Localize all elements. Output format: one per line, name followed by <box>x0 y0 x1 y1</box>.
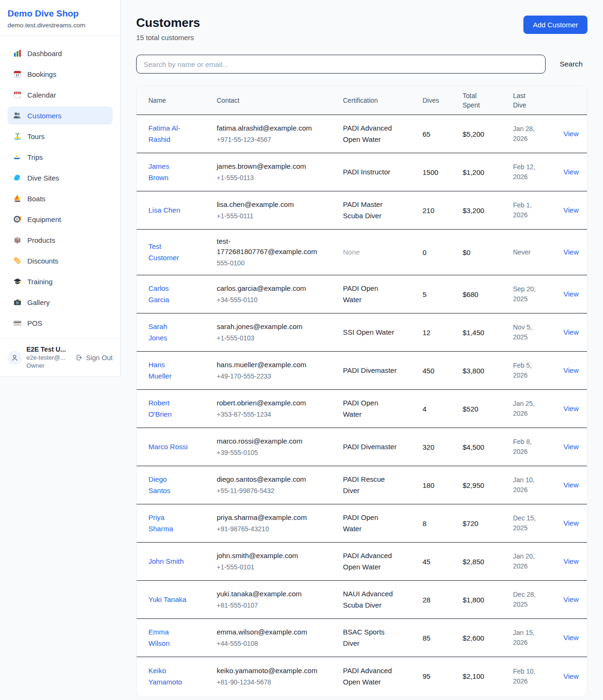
island-icon <box>13 132 22 140</box>
view-link[interactable]: View <box>563 557 579 565</box>
view-link[interactable]: View <box>563 634 579 642</box>
table-row: John Smith john.smith@example.com +1-555… <box>137 543 587 581</box>
customer-last-dive: Dec 15, 2025 <box>513 513 539 533</box>
sidebar-item-products[interactable]: Products <box>8 231 113 249</box>
sidebar-item-dashboard[interactable]: Dashboard <box>8 44 113 62</box>
search-button[interactable]: Search <box>555 57 587 71</box>
customer-dives: 85 <box>423 634 463 642</box>
brand-title[interactable]: Demo Dive Shop <box>8 8 113 19</box>
customer-total-spent: $2,950 <box>463 481 513 489</box>
calendar-icon <box>13 91 22 99</box>
customer-total-spent: $3,200 <box>463 206 513 214</box>
view-link[interactable]: View <box>563 519 579 527</box>
customer-last-dive: Feb 8, 2026 <box>513 437 539 457</box>
sidebar-item-discounts[interactable]: Discounts <box>8 252 113 270</box>
sidebar-item-equipment[interactable]: Equipment <box>8 210 113 228</box>
sidebar-item-bookings[interactable]: 17 Bookings <box>8 65 113 83</box>
tag-icon <box>13 256 22 265</box>
customer-name-link[interactable]: Fatima Al-Rashid <box>148 123 188 145</box>
customer-certification: PADI Divemaster <box>343 441 397 453</box>
customer-name-link[interactable]: Keiko Yamamoto <box>148 665 188 688</box>
customer-email: emma.wilson@example.com <box>217 627 319 637</box>
main-content: Customers 15 total customers Add Custome… <box>121 0 603 697</box>
customer-email: sarah.jones@example.com <box>217 321 319 332</box>
view-link[interactable]: View <box>563 595 579 603</box>
customer-name-link[interactable]: Lisa Chen <box>148 205 180 216</box>
view-link[interactable]: View <box>563 404 579 412</box>
sign-out-button[interactable]: Sign Out <box>76 354 113 362</box>
add-customer-button[interactable]: Add Customer <box>523 16 587 34</box>
customer-certification: PADI Open Water <box>343 283 399 305</box>
customer-certification: PADI Advanced Open Water <box>343 550 399 573</box>
table-row: Priya Sharma priya.sharma@example.com +9… <box>137 504 587 543</box>
customer-certification: PADI Advanced Open Water <box>343 123 399 145</box>
customer-total-spent: $3,800 <box>463 367 513 375</box>
page-title: Customers <box>136 16 200 30</box>
table-row: Yuki Tanaka yuki.tanaka@example.com +81-… <box>137 581 587 619</box>
customer-total-spent: $2,600 <box>463 634 513 642</box>
customer-phone: +91-98765-43210 <box>217 524 338 534</box>
sidebar-item-customers[interactable]: Customers <box>8 107 113 124</box>
sidebar-item-boats[interactable]: Boats <box>8 189 113 207</box>
table-row: Sarah Jones sarah.jones@example.com +1-5… <box>137 313 587 352</box>
page-subtitle: 15 total customers <box>136 33 200 41</box>
customer-certification: BSAC Sports Diver <box>343 626 399 649</box>
user-role: Owner <box>26 362 71 370</box>
customer-last-dive: Dec 28, 2025 <box>513 590 539 609</box>
customer-dives: 4 <box>423 405 463 413</box>
customer-name-link[interactable]: James Brown <box>148 161 188 183</box>
customer-certification: PADI Open Water <box>343 512 399 535</box>
view-link[interactable]: View <box>563 672 579 680</box>
customer-last-dive: Sep 20, 2025 <box>513 284 539 304</box>
search-input[interactable] <box>136 55 546 74</box>
customer-phone: +1-555-0113 <box>217 173 338 183</box>
customers-icon <box>13 111 22 120</box>
customer-name-link[interactable]: Emma Wilson <box>148 626 188 649</box>
sidebar-item-training[interactable]: Training <box>8 272 113 290</box>
sidebar-item-dive-sites[interactable]: Dive Sites <box>8 169 113 187</box>
customer-name-link[interactable]: Carlos Garcia <box>148 283 188 305</box>
camera-icon <box>13 298 22 306</box>
customer-name-link[interactable]: Robert O'Brien <box>148 397 188 420</box>
column-header-name: Name <box>148 96 217 105</box>
customer-last-dive: Feb 1, 2026 <box>513 200 539 220</box>
app-root: Demo Dive Shop demo.test.divestreams.com… <box>0 0 603 697</box>
customer-name-link[interactable]: Yuki Tanaka <box>148 594 187 605</box>
sidebar-item-pos[interactable]: POS <box>8 314 113 332</box>
customer-name-link[interactable]: Priya Sharma <box>148 512 188 535</box>
view-link[interactable]: View <box>563 366 579 374</box>
view-link[interactable]: View <box>563 290 579 298</box>
sidebar-item-gallery[interactable]: Gallery <box>8 293 113 311</box>
customer-name-link[interactable]: Sarah Jones <box>148 321 188 344</box>
sidebar-item-tours[interactable]: Tours <box>8 127 113 145</box>
customer-certification: PADI Divemaster <box>343 365 397 376</box>
customer-dives: 5 <box>423 290 463 298</box>
view-link[interactable]: View <box>563 328 579 336</box>
customer-last-dive: Feb 5, 2026 <box>513 361 539 380</box>
view-link[interactable]: View <box>563 248 579 256</box>
customer-last-dive: Feb 10, 2026 <box>513 667 539 686</box>
view-link[interactable]: View <box>563 481 579 489</box>
wave-icon <box>13 173 22 182</box>
customer-name-link[interactable]: Diego Santos <box>148 474 188 496</box>
customer-name-link[interactable]: John Smith <box>148 556 184 567</box>
sidebar-item-calendar[interactable]: Calendar <box>8 86 113 104</box>
customer-last-dive: Jan 20, 2026 <box>513 552 539 571</box>
customer-dives: 1500 <box>423 168 463 176</box>
customer-phone: +81-555-0107 <box>217 600 338 610</box>
svg-text:17: 17 <box>16 74 19 77</box>
user-avatar-icon <box>8 351 22 365</box>
view-link[interactable]: View <box>563 168 579 176</box>
table-body: Fatima Al-Rashid fatima.alrashid@example… <box>137 115 587 695</box>
customer-email: john.smith@example.com <box>217 551 319 561</box>
view-link[interactable]: View <box>563 206 579 214</box>
sidebar-item-trips[interactable]: Trips <box>8 148 113 166</box>
customer-last-dive: Feb 12, 2026 <box>513 162 539 182</box>
customer-name-link[interactable]: Marco Rossi <box>148 441 187 453</box>
customer-name-link[interactable]: Hans Mueller <box>148 359 188 382</box>
table-row: Lisa Chen lisa.chen@example.com +1-555-0… <box>137 191 587 230</box>
view-link[interactable]: View <box>563 130 579 138</box>
customer-phone: 555-0100 <box>217 258 338 268</box>
customer-name-link[interactable]: Test Customer <box>148 241 188 264</box>
view-link[interactable]: View <box>563 443 579 451</box>
